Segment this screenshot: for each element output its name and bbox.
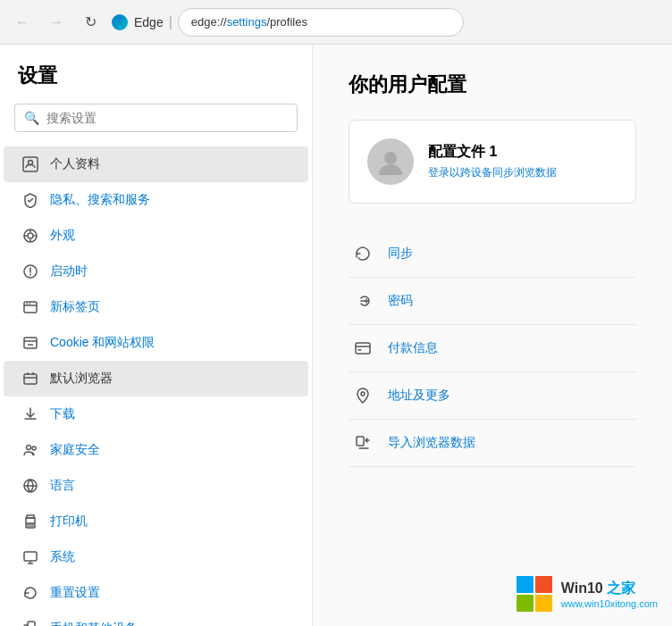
sidebar-item-privacy-label: 隐私、搜索和服务 [50,192,150,208]
win10-tile-4 [535,595,552,612]
svg-rect-7 [24,374,37,384]
sidebar-item-personal-label: 个人资料 [50,156,100,172]
search-icon: 🔍 [24,111,39,125]
content-area: 你的用户配置 配置文件 1 登录以跨设备同步浏览数据 同步 [313,45,672,626]
sidebar-item-family[interactable]: 家庭安全 [4,432,308,468]
sidebar-item-system-label: 系统 [50,549,75,565]
content-menu-password[interactable]: 密码 [349,278,636,325]
import-label: 导入浏览器数据 [388,435,475,451]
svg-rect-20 [357,437,364,446]
address-bar-container: Edge | edge://settings/profiles [111,8,464,37]
svg-point-1 [29,161,33,165]
sidebar-item-privacy[interactable]: 隐私、搜索和服务 [4,182,308,218]
sidebar-item-reset-label: 重置设置 [50,585,100,601]
watermark-text: Win10 之家 www.win10xitong.com [561,580,658,609]
language-icon [21,477,39,495]
privacy-icon [21,191,39,209]
address-settings: settings [227,15,267,29]
main-layout: 设置 🔍 个人资料 隐私、搜索和服务 [0,45,672,626]
sidebar-item-appearance-label: 外观 [50,228,75,244]
edge-label: Edge [134,15,164,29]
refresh-button[interactable]: ↻ [77,9,104,36]
avatar [367,138,414,185]
download-icon [21,405,39,423]
sidebar-item-newtab[interactable]: 新标签页 [4,289,308,325]
sidebar-item-download[interactable]: 下载 [4,396,308,432]
svg-point-3 [28,233,33,238]
sidebar-item-language-label: 语言 [50,478,75,494]
mobile-icon [21,620,39,626]
profile-info: 配置文件 1 登录以跨设备同步浏览数据 [428,143,557,180]
win10-tile-3 [517,595,533,612]
sidebar-item-reset[interactable]: 重置设置 [4,575,308,611]
address-label: 地址及更多 [388,388,450,404]
sidebar-title: 设置 [0,63,312,104]
reset-icon [21,584,39,602]
profile-card[interactable]: 配置文件 1 登录以跨设备同步浏览数据 [349,120,636,204]
sidebar-item-printer-label: 打印机 [50,513,88,530]
svg-rect-12 [27,515,34,518]
address-separator: | [169,14,172,30]
sidebar-item-newtab-label: 新标签页 [50,299,100,315]
svg-rect-18 [356,343,370,354]
svg-point-9 [32,447,36,450]
printer-icon [21,513,39,530]
sidebar-item-family-label: 家庭安全 [50,442,100,458]
password-label: 密码 [388,293,413,309]
address-prefix: edge:// [191,15,227,29]
cookies-icon [21,334,39,352]
profile-subtitle: 登录以跨设备同步浏览数据 [428,165,557,180]
newtab-icon [21,298,39,316]
sidebar-item-startup-label: 启动时 [50,263,88,280]
address-profiles: /profiles [266,15,307,29]
svg-rect-13 [24,552,37,561]
sidebar-item-mobile-label: 手机和其他设备 [50,621,138,626]
search-box[interactable]: 🔍 [14,104,298,132]
watermark-title-suffix: 之家 [607,580,635,596]
content-menu-payment[interactable]: 付款信息 [349,325,636,372]
sidebar-item-system[interactable]: 系统 [4,539,308,575]
import-icon [352,432,374,454]
watermark: Win10 之家 www.win10xitong.com [517,576,658,612]
content-title: 你的用户配置 [349,71,636,98]
payment-icon [352,338,374,359]
system-icon [21,548,39,566]
address-icon [352,385,374,406]
sidebar-item-default-label: 默认浏览器 [50,371,113,387]
sidebar-item-cookies-label: Cookie 和网站权限 [50,335,155,351]
personal-icon [21,155,39,173]
content-menu-address[interactable]: 地址及更多 [349,372,636,420]
startup-icon [21,263,39,280]
svg-point-19 [361,392,365,396]
content-menu-import[interactable]: 导入浏览器数据 [349,420,636,467]
search-input[interactable] [46,111,288,125]
win10-tile-2 [535,576,552,593]
sidebar-item-printer[interactable]: 打印机 [4,504,308,539]
sidebar-item-download-label: 下载 [50,406,75,422]
appearance-icon [21,227,39,245]
default-browser-icon [21,370,39,388]
content-menu-sync[interactable]: 同步 [349,230,636,278]
sync-icon [352,243,374,264]
watermark-title: Win10 之家 [561,580,658,598]
watermark-url: www.win10xitong.com [561,598,658,609]
sidebar: 设置 🔍 个人资料 隐私、搜索和服务 [0,45,313,626]
forward-button[interactable]: → [43,9,70,36]
back-button[interactable]: ← [9,9,36,36]
win10-tile-1 [517,576,533,593]
sidebar-item-startup[interactable]: 启动时 [4,254,308,289]
address-bar[interactable]: edge://settings/profiles [178,8,464,37]
svg-rect-6 [24,338,37,348]
svg-point-8 [27,446,31,450]
profile-name: 配置文件 1 [428,143,557,162]
family-icon [21,441,39,459]
sync-label: 同步 [388,246,413,262]
sidebar-item-appearance[interactable]: 外观 [4,218,308,254]
svg-point-17 [384,152,397,164]
sidebar-item-mobile[interactable]: 手机和其他设备 [4,611,308,626]
top-bar: ← → ↻ Edge | edge://settings/profiles [0,0,672,45]
sidebar-item-cookies[interactable]: Cookie 和网站权限 [4,325,308,361]
sidebar-item-language[interactable]: 语言 [4,468,308,504]
sidebar-item-default[interactable]: 默认浏览器 [4,361,308,396]
sidebar-item-personal[interactable]: 个人资料 [4,146,308,182]
